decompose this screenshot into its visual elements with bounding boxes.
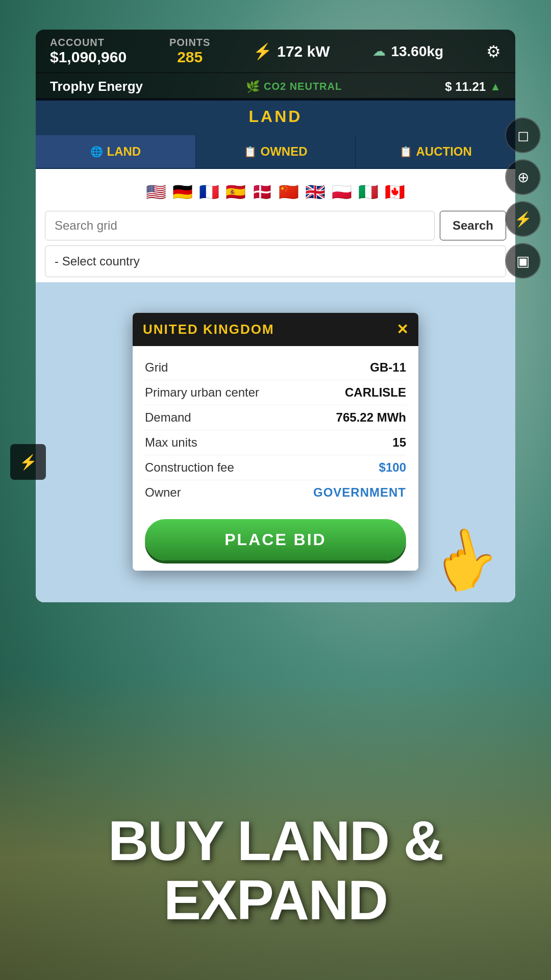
bottom-headline-line1: BUY LAND & — [0, 811, 551, 870]
popup-value-grid: GB-11 — [370, 360, 406, 375]
points-section: POINTS 285 — [169, 37, 210, 66]
popup-value-fee: $100 — [379, 460, 406, 475]
left-bolt-icon: ⚡ — [19, 454, 37, 471]
popup-label-maxunits: Max units — [145, 435, 197, 450]
price-value: $ 11.21 — [445, 80, 486, 94]
popup-close-button[interactable]: ✕ — [396, 321, 408, 338]
popup-label-grid: Grid — [145, 360, 168, 375]
status-bar: ACCOUNT $1,090,960 POINTS 285 ⚡ 172 kW ☁… — [36, 30, 515, 73]
tab-owned[interactable]: 📋 OWNED — [196, 135, 356, 168]
gear-icon[interactable]: ⚙ — [486, 42, 501, 61]
flag-es[interactable]: 🇪🇸 — [226, 182, 246, 202]
side-button-battery[interactable]: ▣ — [505, 243, 541, 279]
left-button[interactable]: ⚡ — [10, 444, 46, 480]
search-input[interactable] — [45, 211, 435, 240]
bottom-text: BUY LAND & EXPAND — [0, 811, 551, 929]
popup-row-urban: Primary urban center CARLISLE — [145, 380, 406, 405]
flag-us[interactable]: 🇺🇸 — [146, 182, 166, 202]
popup-row-demand: Demand 765.22 MWh — [145, 405, 406, 430]
flag-gb[interactable]: 🇬🇧 — [305, 182, 325, 202]
price-section: $ 11.21 ▲ — [445, 80, 501, 94]
square-icon: ◻ — [517, 127, 529, 144]
info-popup: UNITED KINGDOM ✕ Grid GB-11 Primary urba… — [133, 313, 418, 571]
cloud-value: 13.60kg — [391, 43, 443, 60]
popup-row-owner: Owner GOVERNMENT — [145, 480, 406, 505]
flags-row: 🇺🇸 🇩🇪 🇫🇷 🇪🇸 🇩🇰 🇨🇳 🇬🇧 🇵🇱 🇮🇹 🇨🇦 — [45, 178, 506, 206]
panel-title-bar: LAND — [36, 98, 515, 135]
account-section: ACCOUNT $1,090,960 — [50, 37, 127, 66]
search-row: Search — [45, 211, 506, 240]
popup-value-demand: 765.22 MWh — [336, 410, 406, 425]
auction-tab-icon: 📋 — [399, 145, 412, 158]
energy-section: ⚡ 172 kW — [253, 42, 330, 60]
side-buttons: ◻ ⊕ ⚡ ▣ — [505, 117, 541, 279]
flag-ca[interactable]: 🇨🇦 — [385, 182, 405, 202]
leaf-icon: 🌿 — [246, 80, 260, 93]
popup-row-fee: Construction fee $100 — [145, 455, 406, 480]
flag-cn[interactable]: 🇨🇳 — [279, 182, 299, 202]
popup-title: UNITED KINGDOM — [143, 322, 274, 337]
flag-fr[interactable]: 🇫🇷 — [199, 182, 219, 202]
hand-pointer: 👆 — [423, 518, 508, 600]
account-value: $1,090,960 — [50, 48, 127, 66]
bolt-side-icon: ⚡ — [514, 211, 532, 228]
side-button-zoom[interactable]: ⊕ — [505, 159, 541, 195]
flag-dk[interactable]: 🇩🇰 — [252, 182, 272, 202]
tab-auction-label: AUCTION — [416, 144, 472, 159]
popup-row-maxunits: Max units 15 — [145, 430, 406, 455]
popup-value-urban: CARLISLE — [345, 385, 406, 400]
search-area: 🇺🇸 🇩🇪 🇫🇷 🇪🇸 🇩🇰 🇨🇳 🇬🇧 🇵🇱 🇮🇹 🇨🇦 Search - S… — [36, 169, 515, 282]
popup-value-owner: GOVERNMENT — [313, 485, 406, 500]
co2-text: CO2 NEUTRAL — [264, 81, 342, 92]
popup-body: Grid GB-11 Primary urban center CARLISLE… — [133, 346, 418, 514]
popup-label-demand: Demand — [145, 410, 191, 425]
points-label: POINTS — [169, 37, 210, 48]
bottom-headline-line2: EXPAND — [0, 870, 551, 929]
energy-value: 172 kW — [277, 43, 330, 60]
owned-tab-icon: 📋 — [244, 145, 257, 158]
cloud-section: ☁ 13.60kg — [372, 43, 443, 60]
popup-label-fee: Construction fee — [145, 460, 234, 475]
account-label: ACCOUNT — [50, 37, 127, 48]
price-up-icon: ▲ — [490, 80, 501, 93]
main-panel: LAND 🌐 LAND 📋 OWNED 📋 AUCTION 🇺🇸 🇩🇪 🇫🇷 🇪… — [36, 98, 515, 602]
place-bid-button[interactable]: PLACE BID — [145, 519, 406, 560]
flag-it[interactable]: 🇮🇹 — [358, 182, 379, 202]
tab-owned-label: OWNED — [261, 144, 308, 159]
cloud-icon: ☁ — [372, 43, 386, 59]
battery-icon: ▣ — [516, 253, 530, 270]
company-name: Trophy Energy — [50, 79, 143, 94]
country-select[interactable]: - Select country — [45, 246, 506, 277]
tab-bar: 🌐 LAND 📋 OWNED 📋 AUCTION — [36, 135, 515, 169]
panel-title: LAND — [249, 107, 303, 126]
popup-label-urban: Primary urban center — [145, 385, 259, 400]
co2-section: 🌿 CO2 NEUTRAL — [246, 80, 342, 93]
map-area[interactable]: UNITED KINGDOM ✕ Grid GB-11 Primary urba… — [36, 282, 515, 602]
tab-land[interactable]: 🌐 LAND — [36, 135, 196, 168]
flag-pl[interactable]: 🇵🇱 — [332, 182, 352, 202]
side-button-square[interactable]: ◻ — [505, 117, 541, 153]
search-button[interactable]: Search — [440, 211, 506, 240]
zoom-icon: ⊕ — [517, 169, 529, 186]
land-tab-icon: 🌐 — [90, 145, 103, 158]
side-button-bolt[interactable]: ⚡ — [505, 201, 541, 237]
popup-value-maxunits: 15 — [392, 435, 406, 450]
popup-header: UNITED KINGDOM ✕ — [133, 313, 418, 346]
bolt-icon: ⚡ — [253, 42, 272, 60]
tab-land-label: LAND — [107, 144, 141, 159]
tab-auction[interactable]: 📋 AUCTION — [356, 135, 515, 168]
points-value: 285 — [177, 48, 203, 66]
popup-label-owner: Owner — [145, 485, 181, 500]
popup-row-grid: Grid GB-11 — [145, 355, 406, 380]
flag-de[interactable]: 🇩🇪 — [172, 182, 193, 202]
secondary-bar: Trophy Energy 🌿 CO2 NEUTRAL $ 11.21 ▲ — [36, 72, 515, 101]
